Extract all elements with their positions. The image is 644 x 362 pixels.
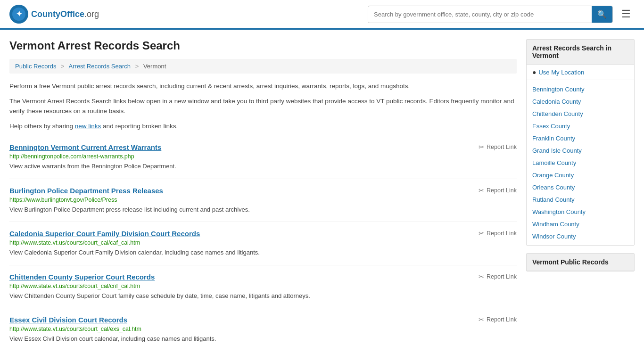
new-links-link[interactable]: new links (75, 123, 101, 130)
header-right: 🔍 ☰ (368, 6, 635, 23)
header: ✦ CountyOffice.org 🔍 ☰ (0, 0, 644, 30)
content-area: Vermont Arrest Records Search Public Rec… (9, 39, 517, 351)
result-url: http://www.state.vt.us/courts/court_cal/… (9, 239, 517, 246)
list-item: Essex County (527, 120, 634, 132)
county-link[interactable]: Windham County (532, 221, 579, 228)
county-link[interactable]: Lamoille County (532, 159, 576, 166)
report-link[interactable]: ✂ Report Link (479, 273, 517, 280)
county-link[interactable]: Bennington County (532, 86, 585, 93)
result-desc: View Essex Civil Division court calendar… (9, 334, 517, 344)
sidebar: Arrest Records Search in Vermont ● Use M… (526, 39, 635, 351)
result-desc: View Burlington Police Department press … (9, 205, 517, 214)
result-desc: View active warrants from the Bennington… (9, 162, 517, 171)
search-button[interactable]: 🔍 (592, 6, 612, 23)
county-list: Bennington CountyCaledonia CountyChitten… (527, 80, 634, 245)
result-title[interactable]: Bennington Vermont Current Arrest Warran… (9, 143, 161, 151)
result-title[interactable]: Essex Civil Division Court Records (9, 316, 127, 324)
description-3: Help others by sharing new links and rep… (9, 121, 517, 132)
county-link[interactable]: Washington County (532, 208, 586, 215)
breadcrumb-public-records[interactable]: Public Records (15, 63, 56, 70)
page-title: Vermont Arrest Records Search (9, 39, 517, 52)
report-link[interactable]: ✂ Report Link (479, 187, 517, 194)
result-url: http://www.state.vt.us/courts/court_cal/… (9, 326, 517, 332)
county-link[interactable]: Franklin County (532, 135, 575, 142)
list-item: Lamoille County (527, 156, 634, 169)
result-item: Essex Civil Division Court Records ✂ Rep… (9, 308, 517, 351)
result-title[interactable]: Caledonia Superior Court Family Division… (9, 230, 200, 238)
county-link[interactable]: Caledonia County (532, 98, 581, 105)
county-link[interactable]: Grand Isle County (532, 147, 582, 154)
result-item: Burlington Police Department Press Relea… (9, 179, 517, 222)
main-container: Vermont Arrest Records Search Public Rec… (0, 30, 644, 361)
scissors-icon: ✂ (479, 316, 484, 323)
report-link[interactable]: ✂ Report Link (479, 143, 517, 151)
result-title[interactable]: Burlington Police Department Press Relea… (9, 187, 163, 195)
list-item: Washington County (527, 206, 634, 218)
scissors-icon: ✂ (479, 230, 484, 237)
breadcrumb-arrest-records[interactable]: Arrest Records Search (69, 63, 131, 70)
search-input[interactable] (368, 7, 592, 22)
result-url: http://www.state.vt.us/courts/court_cal/… (9, 283, 517, 289)
result-item: Caledonia Superior Court Family Division… (9, 222, 517, 265)
use-location-link[interactable]: Use My Location (538, 69, 584, 76)
list-item: Orleans County (527, 181, 634, 193)
list-item: Grand Isle County (527, 144, 634, 156)
list-item: Orange County (527, 169, 634, 181)
county-link[interactable]: Essex County (532, 123, 570, 130)
search-bar: 🔍 (368, 6, 613, 23)
list-item: Rutland County (527, 193, 634, 206)
description-1: Perform a free Vermont public arrest rec… (9, 81, 517, 91)
scissors-icon: ✂ (479, 143, 484, 151)
description-2: The Vermont Arrest Records Search links … (9, 96, 517, 116)
public-records-sidebar-section: Vermont Public Records (526, 253, 635, 272)
result-item: Chittenden County Superior Court Records… (9, 265, 517, 309)
use-location: ● Use My Location (527, 65, 634, 80)
public-records-title: Vermont Public Records (527, 254, 634, 271)
location-dot-icon: ● (532, 68, 536, 76)
results-list: Bennington Vermont Current Arrest Warran… (9, 136, 517, 351)
svg-text:✦: ✦ (16, 10, 23, 18)
result-title[interactable]: Chittenden County Superior Court Records (9, 273, 155, 281)
scissors-icon: ✂ (479, 273, 484, 280)
breadcrumb: Public Records > Arrest Records Search >… (9, 59, 517, 74)
report-link[interactable]: ✂ Report Link (479, 230, 517, 237)
breadcrumb-vermont: Vermont (143, 63, 166, 70)
county-link[interactable]: Orleans County (532, 184, 575, 191)
menu-icon[interactable]: ☰ (618, 6, 635, 22)
list-item: Windham County (527, 218, 634, 230)
result-desc: View Caledonia Superior Court Family Div… (9, 248, 517, 257)
result-desc: View Chittenden County Superior Court fa… (9, 291, 517, 301)
logo-icon: ✦ (9, 5, 28, 24)
report-link[interactable]: ✂ Report Link (479, 316, 517, 323)
logo-text: CountyOffice.org (31, 9, 99, 19)
result-url: https://www.burlingtonvt.gov/Police/Pres… (9, 197, 517, 203)
list-item: Franklin County (527, 132, 634, 144)
county-link[interactable]: Rutland County (532, 196, 575, 203)
county-link[interactable]: Orange County (532, 172, 574, 179)
result-item: Bennington Vermont Current Arrest Warran… (9, 136, 517, 179)
list-item: Windsor County (527, 230, 634, 242)
county-link[interactable]: Chittenden County (532, 110, 583, 117)
arrest-section-title: Arrest Records Search in Vermont (527, 40, 634, 65)
arrest-sidebar-section: Arrest Records Search in Vermont ● Use M… (526, 39, 635, 246)
logo-area: ✦ CountyOffice.org (9, 5, 99, 24)
result-url: http://benningtonpolice.com/arrest-warra… (9, 153, 517, 160)
list-item: Chittenden County (527, 107, 634, 120)
county-link[interactable]: Windsor County (532, 233, 576, 240)
list-item: Bennington County (527, 83, 634, 95)
list-item: Caledonia County (527, 95, 634, 107)
scissors-icon: ✂ (479, 187, 484, 194)
